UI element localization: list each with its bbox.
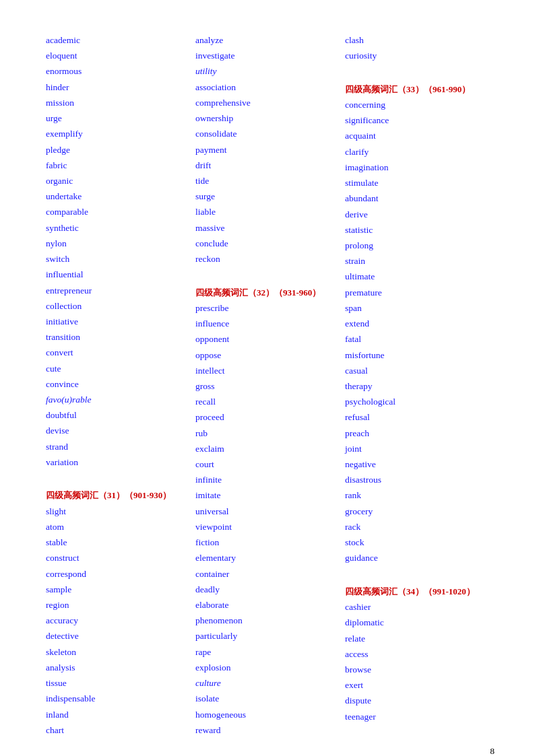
word: rub xyxy=(195,425,345,441)
word: clash xyxy=(345,32,495,48)
word: preach xyxy=(345,425,495,441)
word: ownership xyxy=(195,110,345,126)
word: investigate xyxy=(195,48,345,63)
word: premature xyxy=(345,285,495,300)
word: therapy xyxy=(345,378,495,394)
word: comprehensive xyxy=(195,95,345,110)
word: surge xyxy=(195,188,345,204)
word: comparable xyxy=(46,204,195,219)
word: construct xyxy=(46,550,195,565)
word: skeleton xyxy=(46,644,195,660)
word: synthetic xyxy=(46,220,195,236)
word: browse xyxy=(345,662,495,677)
word: tide xyxy=(195,173,345,188)
word: reckon xyxy=(195,251,345,267)
word: curiosity xyxy=(345,48,495,63)
word: particularly xyxy=(195,628,345,644)
word: analysis xyxy=(46,660,195,675)
word: tissue xyxy=(46,675,195,691)
word: exert xyxy=(345,677,495,693)
word: significance xyxy=(345,112,495,128)
word: liable xyxy=(195,204,345,219)
word: abundant xyxy=(345,191,495,206)
word: imitate xyxy=(195,487,345,503)
word: diplomatic xyxy=(345,615,495,630)
word: clarify xyxy=(345,144,495,160)
column-3: clash curiosity 四级高频词汇（33）（961-990） conc… xyxy=(345,32,495,738)
word: mission xyxy=(46,95,195,110)
word: strain xyxy=(345,253,495,269)
word: ultimate xyxy=(345,269,495,284)
section-header-33: 四级高频词汇（33）（961-990） xyxy=(345,82,495,97)
word: switch xyxy=(46,251,195,267)
word: relate xyxy=(345,631,495,646)
word: fiction xyxy=(195,535,345,550)
word: recall xyxy=(195,394,345,409)
word: correspond xyxy=(46,566,195,582)
word: fatal xyxy=(345,331,495,347)
word: transition xyxy=(46,329,195,345)
page-number: 8 xyxy=(490,746,495,756)
word: consolidate xyxy=(195,126,345,141)
word: eloquent xyxy=(46,48,195,63)
column-2: analyze investigate utility association … xyxy=(195,32,345,738)
word: influential xyxy=(46,267,195,282)
word: acquaint xyxy=(345,128,495,143)
word: hinder xyxy=(46,79,195,95)
column-1: academic eloquent enormous hinder missio… xyxy=(46,32,195,738)
word: statistic xyxy=(345,222,495,238)
section-header-32: 四级高频词汇（32）（931-960） xyxy=(195,285,345,300)
word: urge xyxy=(46,110,195,126)
word: analyze xyxy=(195,32,345,48)
section-header-34: 四级高频词汇（34）（991-1020） xyxy=(345,584,495,599)
word: infinite xyxy=(195,472,345,487)
word: culture xyxy=(195,675,345,691)
word: influence xyxy=(195,316,345,331)
word: cute xyxy=(46,361,195,376)
word: oppose xyxy=(195,347,345,363)
word: opponent xyxy=(195,331,345,347)
word: explosion xyxy=(195,660,345,675)
word: rack xyxy=(345,519,495,535)
word: region xyxy=(46,597,195,613)
word: favo(u)rable xyxy=(46,392,195,407)
word: undertake xyxy=(46,188,195,204)
word: entrepreneur xyxy=(46,283,195,298)
word: indispensable xyxy=(46,691,195,706)
word: devise xyxy=(46,423,195,438)
word: atom xyxy=(46,519,195,535)
word: deadly xyxy=(195,582,345,597)
word: academic xyxy=(46,32,195,48)
word: pledge xyxy=(46,142,195,158)
word: misfortune xyxy=(345,347,495,363)
word: viewpoint xyxy=(195,519,345,535)
word: inland xyxy=(46,707,195,722)
word: strand xyxy=(46,439,195,454)
word: guidance xyxy=(345,550,495,565)
word: slight xyxy=(46,504,195,519)
word: detective xyxy=(46,628,195,644)
word: stimulate xyxy=(345,175,495,191)
word: grocery xyxy=(345,504,495,519)
word: imagination xyxy=(345,160,495,175)
word: isolate xyxy=(195,691,345,706)
page: academic eloquent enormous hinder missio… xyxy=(0,0,535,756)
word: doubtful xyxy=(46,407,195,423)
word: homogeneous xyxy=(195,707,345,722)
word: span xyxy=(345,300,495,316)
word: rank xyxy=(345,487,495,503)
word: casual xyxy=(345,363,495,378)
word: gross xyxy=(195,378,345,394)
word: teenager xyxy=(345,709,495,724)
word: phenomenon xyxy=(195,613,345,628)
word: rape xyxy=(195,644,345,660)
word: convince xyxy=(46,376,195,392)
word: stock xyxy=(345,535,495,550)
word: psychological xyxy=(345,394,495,409)
word: cashier xyxy=(345,599,495,615)
word: dispute xyxy=(345,693,495,708)
word: access xyxy=(345,646,495,662)
word: organic xyxy=(46,173,195,188)
section-header-31: 四级高频词汇（31）（901-930） xyxy=(46,488,195,503)
word: sample xyxy=(46,582,195,597)
